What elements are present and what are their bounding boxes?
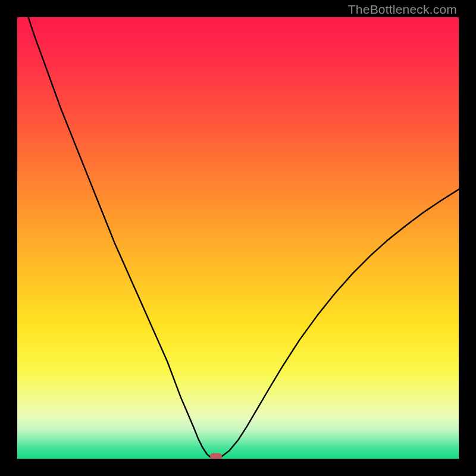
- bottleneck-curve: [17, 17, 459, 459]
- optimal-point-marker: [210, 453, 222, 459]
- plot-area: [17, 17, 459, 459]
- watermark-text: TheBottleneck.com: [348, 2, 457, 17]
- chart-frame: TheBottleneck.com: [0, 0, 476, 476]
